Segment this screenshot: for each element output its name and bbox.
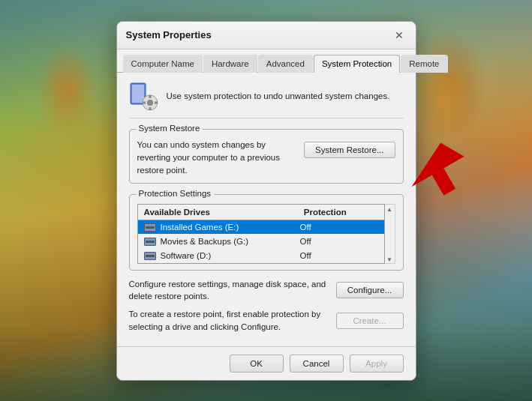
drives-table: Available Drives Protection Installed Ga… bbox=[137, 204, 395, 264]
header-description: Use system protection to undo unwanted s… bbox=[167, 90, 390, 102]
table-row[interactable]: Movies & Backups (G:) Off bbox=[138, 235, 384, 249]
tab-content: Use system protection to undo unwanted s… bbox=[117, 73, 416, 346]
dialog-footer: OK Cancel Apply bbox=[117, 346, 416, 380]
protection-status-3: Off bbox=[300, 251, 378, 260]
svg-rect-8 bbox=[155, 101, 158, 103]
table-row[interactable]: Installed Games (E:) Off bbox=[138, 220, 384, 235]
close-button[interactable]: ✕ bbox=[392, 28, 407, 43]
protection-settings-group: Protection Settings Available Drives Pro… bbox=[129, 194, 404, 271]
tab-bar: Computer Name Hardware Advanced System P… bbox=[117, 49, 416, 73]
red-arrow-annotation bbox=[401, 142, 468, 204]
drive-name-1: Installed Games (E:) bbox=[144, 223, 300, 232]
bottom-section: Configure restore settings, manage disk … bbox=[129, 278, 404, 332]
tab-advanced[interactable]: Advanced bbox=[258, 55, 313, 73]
tab-remote[interactable]: Remote bbox=[401, 55, 447, 73]
dialog-title: System Properties bbox=[126, 29, 212, 40]
svg-rect-5 bbox=[149, 95, 151, 98]
system-restore-group: System Restore You can undo system chang… bbox=[129, 129, 404, 184]
tab-system-protection[interactable]: System Protection bbox=[314, 55, 400, 73]
header-section: Use system protection to undo unwanted s… bbox=[129, 82, 404, 118]
create-row: To create a restore point, first enable … bbox=[129, 308, 404, 332]
protection-settings-label: Protection Settings bbox=[136, 189, 215, 198]
svg-rect-2 bbox=[132, 85, 144, 103]
table-scrollbar[interactable]: ▲ ▼ bbox=[385, 204, 395, 264]
drive-icon-3 bbox=[144, 252, 156, 260]
table-row[interactable]: Software (D:) Off bbox=[138, 249, 384, 263]
col-protection: Protection bbox=[298, 205, 384, 220]
system-restore-description: You can undo system changes by reverting… bbox=[137, 139, 297, 178]
svg-point-4 bbox=[147, 100, 153, 106]
tab-computer-name[interactable]: Computer Name bbox=[123, 55, 203, 73]
create-button[interactable]: Create... bbox=[336, 313, 404, 329]
drive-icon-1 bbox=[144, 223, 156, 232]
system-protection-icon bbox=[129, 82, 159, 112]
dialog-overlay: System Properties ✕ Computer Name Hardwa… bbox=[0, 0, 532, 401]
table-header: Available Drives Protection bbox=[138, 205, 384, 220]
svg-marker-0 bbox=[401, 142, 468, 202]
system-restore-inner: You can undo system changes by reverting… bbox=[137, 139, 395, 178]
protection-status-1: Off bbox=[300, 223, 378, 232]
apply-button[interactable]: Apply bbox=[350, 355, 404, 373]
title-bar: System Properties ✕ bbox=[117, 22, 416, 49]
tab-hardware[interactable]: Hardware bbox=[203, 55, 257, 73]
configure-button[interactable]: Configure... bbox=[336, 282, 404, 298]
cancel-button[interactable]: Cancel bbox=[290, 355, 344, 373]
system-restore-label: System Restore bbox=[136, 124, 203, 133]
configure-text: Configure restore settings, manage disk … bbox=[129, 278, 329, 302]
drive-name-2: Movies & Backups (G:) bbox=[144, 237, 300, 246]
system-restore-button[interactable]: System Restore... bbox=[304, 142, 395, 158]
col-drives: Available Drives bbox=[138, 205, 298, 220]
create-text: To create a restore point, first enable … bbox=[129, 308, 329, 332]
configure-row: Configure restore settings, manage disk … bbox=[129, 278, 404, 302]
drive-icon-2 bbox=[144, 238, 156, 246]
drive-name-3: Software (D:) bbox=[144, 251, 300, 260]
protection-status-2: Off bbox=[300, 237, 378, 246]
svg-rect-6 bbox=[149, 107, 151, 110]
system-properties-dialog: System Properties ✕ Computer Name Hardwa… bbox=[116, 21, 416, 381]
svg-rect-7 bbox=[143, 101, 146, 103]
ok-button[interactable]: OK bbox=[230, 355, 284, 373]
